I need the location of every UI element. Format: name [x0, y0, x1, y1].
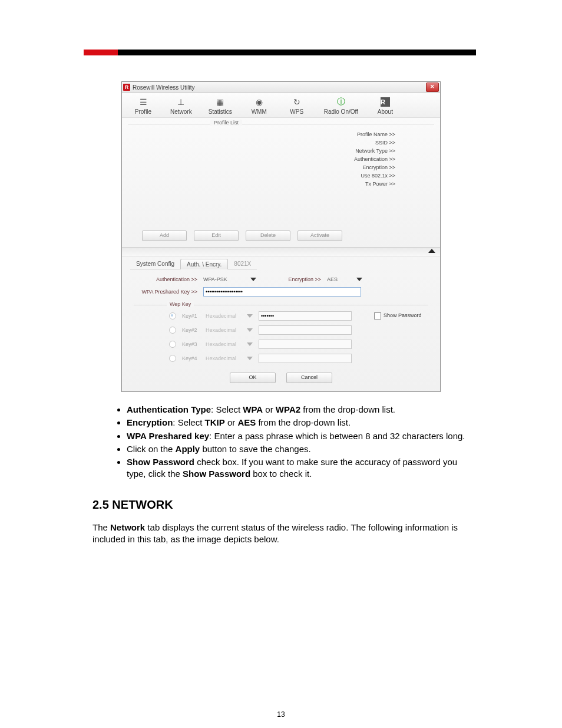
- wep-key3-label: Key#3: [182, 341, 200, 347]
- about-icon: R: [379, 97, 391, 107]
- titlebar: R Rosewill Wireless Utility ✕: [122, 82, 440, 93]
- info-encryption: Encryption >>: [308, 163, 431, 172]
- enc-select[interactable]: AES: [327, 276, 351, 282]
- tab-wmm[interactable]: ◉ WMM: [249, 97, 270, 115]
- wep-legend: Wep Key: [167, 301, 194, 307]
- profile-list-legend: Profile List: [210, 120, 242, 126]
- bullet-list: Authentication Type: Select WPA or WPA2 …: [92, 404, 470, 480]
- list-item: Show Password check box. If you want to …: [127, 456, 470, 480]
- profile-info-panel: Profile Name >> SSID >> Network Type >> …: [305, 124, 434, 225]
- wmm-icon: ◉: [253, 97, 265, 107]
- tab-label: Statistics: [209, 108, 232, 115]
- header-bar: [84, 47, 478, 58]
- app-window: R Rosewill Wireless Utility ✕ ☰ Profile …: [121, 81, 441, 392]
- profile-list[interactable]: [128, 124, 305, 213]
- ok-button[interactable]: OK: [230, 373, 276, 383]
- wep-key3-radio: [169, 341, 176, 348]
- wep-section: Wep Key Key#1 Hexadecimal Show Password …: [134, 305, 428, 368]
- chevron-down-icon: [247, 342, 253, 346]
- psk-label: WPA Preshared Key >>: [134, 289, 197, 295]
- chevron-up-icon: [428, 249, 435, 253]
- chevron-down-icon[interactable]: [250, 278, 256, 281]
- tab-label: WPS: [290, 108, 303, 115]
- auth-label: Authentication >>: [134, 276, 197, 282]
- window-title: Rosewill Wireless Utility: [133, 84, 426, 91]
- wep-key4-radio: [169, 355, 176, 362]
- cancel-button[interactable]: Cancel: [286, 373, 332, 383]
- list-item: Authentication Type: Select WPA or WPA2 …: [127, 404, 470, 416]
- statistics-icon: ▦: [214, 97, 226, 107]
- list-item: Encryption: Select TKIP or AES from the …: [127, 417, 470, 429]
- subtabs: System Config Auth. \ Encry. 8021X: [122, 256, 440, 269]
- enc-label: Encryption >>: [280, 276, 321, 282]
- chevron-down-icon[interactable]: [356, 278, 362, 281]
- show-password-checkbox[interactable]: Show Password: [374, 312, 422, 319]
- wep-key4-input: [259, 354, 352, 363]
- wep-key1-radio: [169, 312, 176, 319]
- wep-key2-label: Key#2: [182, 327, 200, 333]
- info-profile-name: Profile Name >>: [308, 130, 431, 139]
- show-password-label: Show Password: [384, 312, 422, 318]
- wps-icon: ↻: [291, 97, 303, 107]
- section-heading: 2.5 NETWORK: [92, 497, 470, 513]
- wep-key2-input: [259, 325, 352, 335]
- profile-list-section: Profile List Profile Name >> SSID >> Net…: [128, 124, 434, 225]
- wep-key1-format: Hexadecimal: [206, 313, 241, 319]
- ok-cancel-row: OK Cancel: [134, 368, 428, 389]
- enc-value: AES: [327, 276, 338, 282]
- list-item: WPA Preshared key: Enter a pass phrase w…: [127, 430, 470, 442]
- info-network-type: Network Type >>: [308, 147, 431, 155]
- tab-network[interactable]: ⊥ Network: [170, 97, 192, 115]
- wep-key4-format: Hexadecimal: [206, 355, 241, 361]
- paragraph: The Network tab displays the current sta…: [92, 522, 470, 546]
- page-number: 13: [84, 710, 478, 719]
- tab-radio[interactable]: ⓘ Radio On/Off: [324, 97, 358, 115]
- profile-icon: ☰: [137, 97, 149, 107]
- collapse-divider[interactable]: [122, 247, 440, 256]
- activate-button[interactable]: Activate: [297, 230, 342, 241]
- tab-about[interactable]: R About: [375, 97, 396, 115]
- add-button[interactable]: Add: [142, 230, 187, 241]
- chevron-down-icon: [247, 357, 253, 360]
- wep-key4-label: Key#4: [182, 355, 200, 361]
- psk-input[interactable]: [203, 287, 361, 297]
- wep-key3-format: Hexadecimal: [206, 341, 241, 347]
- auth-select[interactable]: WPA-PSK: [203, 276, 244, 282]
- chevron-down-icon: [247, 314, 253, 318]
- wep-key2-radio: [169, 327, 176, 334]
- subtab-system-config[interactable]: System Config: [130, 259, 180, 269]
- profile-button-row: Add Edit Delete Activate: [128, 228, 434, 247]
- app-icon: R: [123, 84, 130, 91]
- chevron-down-icon: [247, 328, 253, 332]
- auth-value: WPA-PSK: [203, 276, 227, 282]
- wep-key1-label: Key#1: [182, 313, 200, 319]
- info-ssid: SSID >>: [308, 139, 431, 147]
- info-authentication: Authentication >>: [308, 155, 431, 163]
- wep-key2-format: Hexadecimal: [206, 327, 241, 333]
- network-icon: ⊥: [175, 97, 187, 107]
- subtab-auth-encry[interactable]: Auth. \ Encry.: [180, 259, 228, 269]
- tab-wps[interactable]: ↻ WPS: [286, 97, 308, 115]
- subtab-8021x: 8021X: [228, 259, 257, 269]
- tab-label: Profile: [135, 108, 151, 115]
- tab-label: Radio On/Off: [324, 108, 358, 115]
- edit-button[interactable]: Edit: [194, 230, 239, 241]
- tab-statistics[interactable]: ▦ Statistics: [209, 97, 232, 115]
- info-tx-power: Tx Power >>: [308, 180, 431, 188]
- main-toolbar: ☰ Profile ⊥ Network ▦ Statistics ◉ WMM ↻: [122, 93, 440, 118]
- radio-icon: ⓘ: [335, 97, 347, 107]
- close-button[interactable]: ✕: [426, 83, 439, 92]
- tab-label: About: [378, 108, 393, 115]
- tab-profile[interactable]: ☰ Profile: [133, 97, 154, 115]
- prose-section: Authentication Type: Select WPA or WPA2 …: [92, 404, 470, 545]
- wep-key3-input: [259, 340, 352, 349]
- delete-button[interactable]: Delete: [246, 230, 290, 241]
- wep-key1-input: [259, 311, 352, 321]
- tab-label: Network: [170, 108, 192, 115]
- auth-form: Authentication >> WPA-PSK Encryption >> …: [122, 269, 440, 391]
- info-8021x: Use 802.1x >>: [308, 172, 431, 180]
- tab-label: WMM: [252, 108, 267, 115]
- list-item: Click on the Apply button to save the ch…: [127, 443, 470, 455]
